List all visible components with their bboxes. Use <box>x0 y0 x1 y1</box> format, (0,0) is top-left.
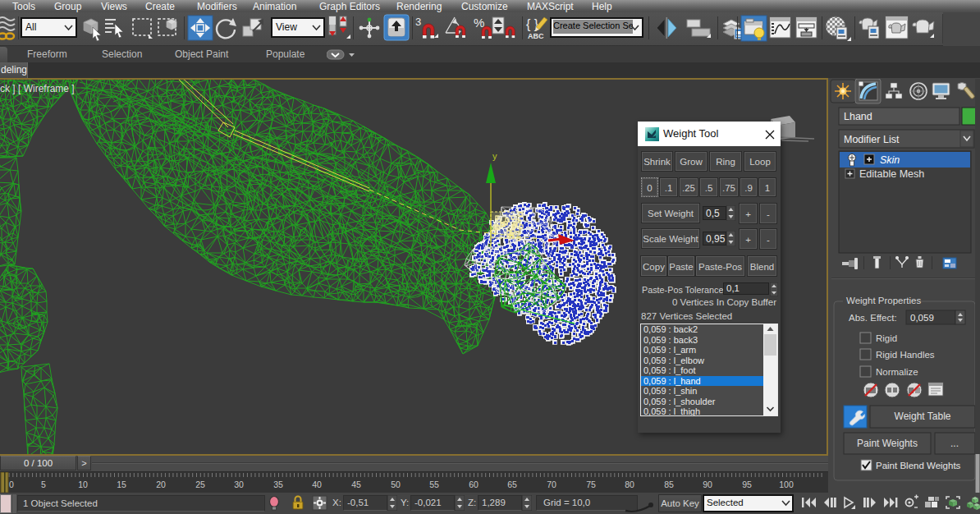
svg-text:0,059: 0,059 <box>910 313 934 323</box>
svg-text:50: 50 <box>391 480 401 489</box>
svg-text:...: ... <box>950 438 959 449</box>
svg-text:Weight Table: Weight Table <box>895 411 951 422</box>
svg-text:75: 75 <box>586 480 596 489</box>
svg-text:Paint Weights: Paint Weights <box>857 438 918 449</box>
svg-text:ABC: ABC <box>528 32 544 40</box>
svg-text:Rigid: Rigid <box>876 333 897 343</box>
svg-text:95: 95 <box>742 480 752 489</box>
svg-text:3: 3 <box>415 16 421 28</box>
svg-text:Paint Blend Weights: Paint Blend Weights <box>876 461 961 470</box>
svg-text:45: 45 <box>351 480 361 489</box>
svg-text:30: 30 <box>234 480 244 489</box>
svg-text:Skin: Skin <box>880 154 900 166</box>
svg-text:90: 90 <box>703 480 712 489</box>
svg-text:0: 0 <box>9 480 14 489</box>
svg-text:25: 25 <box>195 480 205 489</box>
svg-text:15: 15 <box>117 480 126 489</box>
svg-text:100: 100 <box>779 480 794 489</box>
svg-text:35: 35 <box>273 480 283 489</box>
svg-text:Editable Mesh: Editable Mesh <box>859 168 924 180</box>
svg-text:Weight Properties: Weight Properties <box>846 296 921 305</box>
svg-text:Normalize: Normalize <box>876 367 918 377</box>
svg-text:70: 70 <box>547 480 556 489</box>
svg-text:y: y <box>492 151 497 161</box>
svg-text:20: 20 <box>156 480 166 489</box>
svg-text:Abs. Effect:: Abs. Effect: <box>849 313 897 323</box>
svg-text:Lhand: Lhand <box>844 111 872 122</box>
svg-text:Rigid Handles: Rigid Handles <box>876 350 935 360</box>
svg-text:Modifier List: Modifier List <box>844 134 900 145</box>
svg-text:55: 55 <box>429 480 439 489</box>
svg-text:10: 10 <box>78 480 88 489</box>
svg-text:80: 80 <box>625 480 634 489</box>
svg-text:5: 5 <box>41 480 46 489</box>
svg-text:60: 60 <box>469 480 479 489</box>
svg-text:85: 85 <box>664 480 674 489</box>
svg-text:40: 40 <box>312 480 322 489</box>
svg-text:%: % <box>474 16 484 30</box>
svg-text:65: 65 <box>507 480 517 489</box>
